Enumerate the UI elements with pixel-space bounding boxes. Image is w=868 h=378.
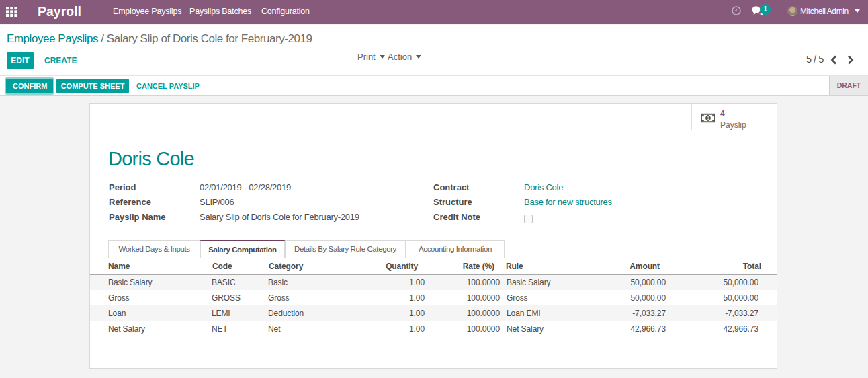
svg-text:1: 1 — [707, 115, 709, 121]
